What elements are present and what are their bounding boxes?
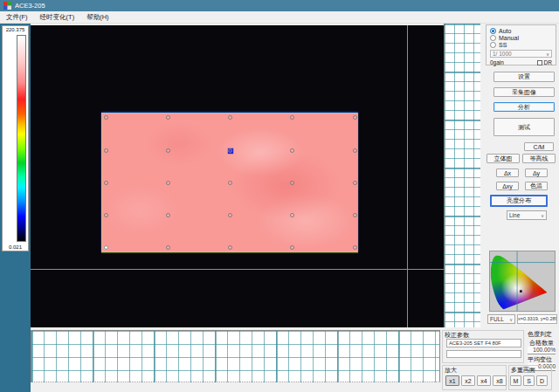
dr-checkbox[interactable]	[537, 60, 542, 65]
measurement-point[interactable]	[166, 115, 170, 120]
zoom-x8-button[interactable]: x8	[493, 375, 507, 386]
contour-button[interactable]: 等高线	[522, 154, 556, 163]
chevron-down-icon: ∨	[509, 317, 513, 322]
white-point-marker	[520, 290, 522, 292]
settings-button[interactable]: 设置	[493, 72, 555, 82]
measurement-point[interactable]	[166, 181, 170, 185]
measurement-point[interactable]	[166, 245, 170, 250]
measurement-point[interactable]	[353, 115, 357, 120]
measurement-point[interactable]	[228, 213, 232, 217]
chevron-down-icon: ∨	[541, 213, 544, 218]
title-bar: ACE3-205	[0, 0, 559, 11]
radio-manual-label: Manual	[499, 35, 519, 41]
zoom-x2-button[interactable]: x2	[461, 375, 475, 386]
measurement-point[interactable]	[353, 213, 357, 217]
solid3d-button[interactable]: 立体图	[487, 154, 520, 163]
zoom-x4-button[interactable]: x4	[477, 375, 491, 386]
measurement-point[interactable]	[353, 181, 357, 185]
measurement-point[interactable]	[353, 245, 357, 250]
multiscreen-s-button[interactable]: S	[523, 375, 535, 386]
measurement-point[interactable]	[290, 245, 294, 250]
multiscreen-m-button[interactable]: M	[510, 375, 521, 386]
app-icon	[3, 2, 11, 10]
dr-checkbox-group[interactable]: DR	[537, 59, 552, 65]
qualified-value: 100.00%	[528, 347, 556, 354]
measurement-point[interactable]	[166, 148, 170, 153]
delta-y-button[interactable]: Δy	[525, 168, 548, 177]
luminance-dist-button[interactable]: 亮度分布	[490, 195, 548, 207]
menu-time-change[interactable]: 经时变化(T)	[34, 11, 81, 24]
correction-field-1[interactable]: ACE3-205 SET F4 80F	[446, 339, 521, 347]
measurement-point[interactable]	[228, 115, 232, 120]
dr-label: DR	[544, 59, 552, 65]
radio-auto-label: Auto	[499, 28, 511, 34]
window-title: ACE3-205	[15, 2, 45, 10]
colorbar-max-value: 220.375	[3, 27, 28, 32]
exposure-groupbox: Auto Manual SS 1/ 1000 ∨ 0gain DR	[486, 24, 556, 65]
shutter-value: 1/ 1000	[493, 51, 512, 57]
shutter-select[interactable]: 1/ 1000 ∨	[490, 50, 552, 58]
delta-xy-button[interactable]: Δxy	[496, 182, 519, 190]
measurement-point[interactable]	[228, 181, 232, 185]
profile-grid-horizontal	[31, 330, 440, 382]
zoom-x1-button[interactable]: x1	[445, 375, 459, 386]
menu-file[interactable]: 文件(F)	[0, 11, 34, 24]
colorbar: 220.375 0.021	[2, 25, 29, 251]
measurement-point[interactable]	[290, 181, 294, 185]
colorbar-gradient	[17, 35, 26, 242]
line-select-value: Line	[509, 212, 520, 218]
gain-row: 0gain DR	[490, 59, 552, 65]
measurement-point[interactable]	[290, 115, 294, 120]
line-select[interactable]: Line ∨	[507, 210, 547, 220]
analyze-button[interactable]: 分析	[493, 102, 555, 112]
zoom-title: 放大	[445, 366, 457, 375]
gain-label: 0gain	[490, 59, 504, 65]
measurement-point[interactable]	[104, 115, 108, 120]
main-content: 220.375 0.021 Auto Manual SS 1/	[0, 24, 559, 392]
capture-button[interactable]: 采集图像	[493, 87, 555, 97]
profile-grid-vertical	[444, 24, 480, 327]
measurement-point[interactable]	[228, 245, 232, 250]
menu-bar: 文件(F) 经时变化(T) 帮助(H)	[0, 11, 559, 24]
cie-range-select[interactable]: FULL ∨	[487, 314, 515, 324]
measurement-point[interactable]	[290, 213, 294, 217]
radio-row-ss[interactable]: SS	[490, 41, 552, 48]
measurement-point[interactable]	[104, 213, 108, 217]
cie-coordinates: x=0.3319, y=0.2898	[517, 314, 557, 324]
sample-image[interactable]	[101, 113, 358, 252]
correction-field-2[interactable]	[446, 350, 521, 358]
radio-row-manual[interactable]: Manual	[490, 34, 552, 41]
multiscreen-title: 多重画面	[511, 366, 535, 375]
measurement-point[interactable]	[104, 181, 108, 185]
cie-range-value: FULL	[490, 316, 504, 322]
cm-button[interactable]: C/M	[524, 142, 554, 151]
radio-ss-label: SS	[499, 42, 507, 48]
radio-auto[interactable]	[490, 28, 496, 34]
section-cursor-horizontal[interactable]	[31, 269, 444, 270]
measurement-point[interactable]	[353, 148, 357, 153]
radio-row-auto[interactable]: Auto	[490, 27, 552, 34]
measurement-point[interactable]	[290, 148, 294, 153]
color-temp-button[interactable]: 色温	[525, 182, 548, 190]
radio-manual[interactable]	[490, 35, 496, 41]
multiscreen-d-button[interactable]: D	[536, 375, 548, 386]
delta-x-button[interactable]: Δx	[496, 168, 519, 177]
left-sidebar: 220.375 0.021	[0, 24, 31, 392]
section-cursor-vertical[interactable]	[407, 25, 408, 327]
cie-diagram[interactable]	[489, 251, 556, 312]
test-button[interactable]: 测试	[493, 118, 555, 136]
measurement-point[interactable]	[104, 148, 108, 153]
colorbar-min-value: 0.021	[3, 244, 28, 250]
measurement-point[interactable]	[228, 148, 232, 153]
radio-ss[interactable]	[490, 42, 496, 48]
measurement-point[interactable]	[104, 245, 108, 250]
judgment-title: 色度判定	[528, 330, 552, 339]
menu-help[interactable]: 帮助(H)	[80, 11, 114, 24]
chevron-down-icon: ∨	[546, 51, 549, 57]
measurement-viewport[interactable]	[31, 25, 444, 327]
measurement-point[interactable]	[166, 213, 170, 217]
